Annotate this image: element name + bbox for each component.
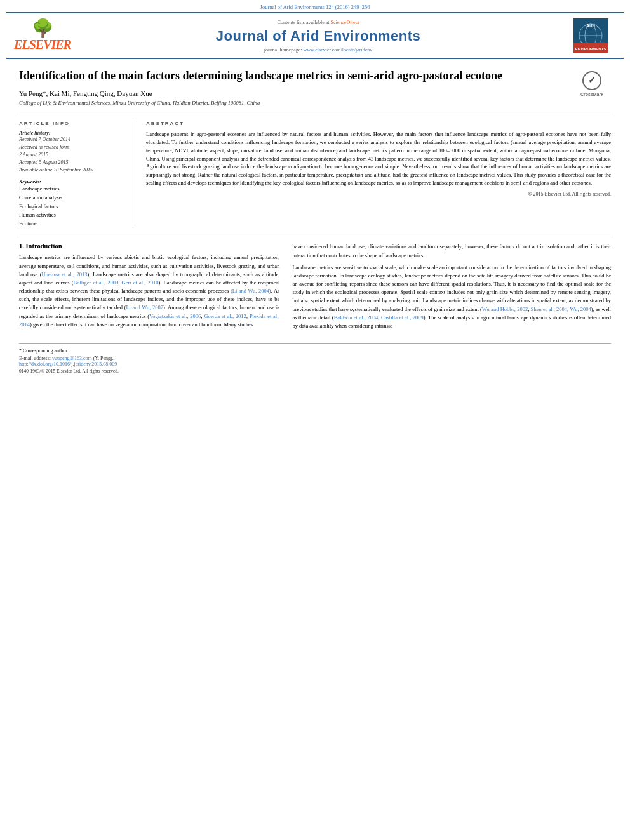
citation-shen[interactable]: Shen et al., 2004 bbox=[531, 306, 567, 312]
abstract-header: ABSTRACT bbox=[146, 121, 611, 126]
history-label: Article history: bbox=[19, 130, 125, 136]
citation-uuemaa[interactable]: Uuemaa et al., 2013 bbox=[42, 271, 88, 277]
keyword-4: Human activities bbox=[19, 211, 125, 220]
authors-text: Yu Peng*, Kai Mi, Fengting Qing, Dayuan … bbox=[19, 90, 152, 97]
article-info-column: ARTICLE INFO Article history: Received 7… bbox=[19, 121, 133, 228]
citation-vogiatzakis[interactable]: Vogiatzakis et al., 2006 bbox=[149, 313, 201, 319]
footer-email-line: E-mail address: yuupeng@163.com (Y. Peng… bbox=[19, 356, 611, 361]
intro-paragraph-3: Landscape metrics are sensitive to spati… bbox=[292, 263, 611, 330]
article-history-section: Article history: Received 7 October 2014… bbox=[19, 130, 125, 174]
introduction-left-column: 1. Introduction Landscape metrics are in… bbox=[19, 243, 279, 334]
copyright-line: © 2015 Elsevier Ltd. All rights reserved… bbox=[146, 191, 611, 197]
journal-logo-left: 🌳 ELSEVIER bbox=[14, 20, 71, 52]
journal-header: 🌳 ELSEVIER Contents lists available at S… bbox=[6, 12, 624, 59]
citation-bolliger[interactable]: Bolliger et al., 2009 bbox=[74, 279, 119, 286]
article-title-container: Identification of the main factors deter… bbox=[19, 69, 611, 83]
elsevier-wordmark: ELSEVIER bbox=[14, 37, 71, 52]
citation-wu-hobbs[interactable]: Wu and Hobbs, 2002 bbox=[482, 306, 528, 312]
citation-castilla[interactable]: Castilla et al., 2009 bbox=[381, 314, 424, 321]
citation-baldwin[interactable]: Baldwin et al., 2004 bbox=[334, 314, 379, 321]
footer-doi[interactable]: http://dx.doi.org/10.1016/j.jaridenv.201… bbox=[19, 361, 611, 367]
elsevier-tree-icon: 🌳 bbox=[32, 20, 54, 37]
svg-text:ENVIRONMENTS: ENVIRONMENTS bbox=[575, 47, 605, 51]
keywords-section: Keywords: Landscape metrics Correlation … bbox=[19, 179, 125, 228]
history-row-5: Available online 10 September 2015 bbox=[19, 166, 125, 174]
info-abstract-section: ARTICLE INFO Article history: Received 7… bbox=[19, 114, 611, 228]
abstract-column: ABSTRACT Landscape patterns in agro-past… bbox=[146, 121, 611, 228]
history-row-1: Received 7 October 2014 bbox=[19, 136, 125, 143]
footer-email[interactable]: yuupeng@163.com bbox=[52, 356, 92, 361]
journal-title: Journal of Arid Environments bbox=[77, 28, 559, 44]
svg-text:Arid: Arid bbox=[586, 23, 595, 28]
crossmark-icon: ✓ bbox=[582, 71, 601, 90]
keyword-2: Correlation analysis bbox=[19, 194, 125, 203]
introduction-section: 1. Introduction Landscape metrics are in… bbox=[19, 243, 611, 334]
footer-corresponding-line: * Corresponding author. bbox=[19, 348, 611, 354]
arid-logo: Arid ENVIRONMENTS bbox=[573, 18, 608, 53]
intro-paragraph-1: Landscape metrics are influenced by vari… bbox=[19, 253, 279, 329]
crossmark-label: CrossMark bbox=[580, 91, 603, 97]
authors-line: Yu Peng*, Kai Mi, Fengting Qing, Dayuan … bbox=[19, 90, 611, 97]
affiliation-text: College of Life & Environmental Sciences… bbox=[19, 100, 611, 106]
crossmark-badge[interactable]: ✓ CrossMark bbox=[573, 69, 611, 100]
citation-wu-2004[interactable]: Wu, 2004 bbox=[570, 306, 591, 312]
journal-homepage: journal homepage: www.elsevier.com/locat… bbox=[77, 47, 559, 53]
section-title-text: Introduction bbox=[26, 243, 62, 250]
abstract-text: Landscape patterns in agro-pastoral ecot… bbox=[146, 130, 611, 187]
section-number: 1. bbox=[19, 243, 24, 250]
keyword-5: Ecotone bbox=[19, 220, 125, 229]
contents-available-text: Contents lists available at ScienceDirec… bbox=[77, 20, 559, 25]
article-title-text: Identification of the main factors deter… bbox=[19, 69, 502, 82]
corresponding-label: * Corresponding author. bbox=[19, 348, 69, 354]
top-journal-ref: Journal of Arid Environments 124 (2016) … bbox=[0, 0, 630, 12]
introduction-right-column: have considered human land use, climate … bbox=[292, 243, 611, 334]
history-row-4: Accepted 5 August 2015 bbox=[19, 159, 125, 166]
keyword-3: Ecological factors bbox=[19, 203, 125, 211]
sciencedirect-link[interactable]: ScienceDirect bbox=[331, 20, 359, 25]
journal-header-right: Arid ENVIRONMENTS bbox=[565, 18, 616, 53]
footer-issn: 0140-1963/© 2015 Elsevier Ltd. All right… bbox=[19, 368, 611, 374]
section-divider bbox=[19, 236, 611, 236]
history-row-2: Received in revised form bbox=[19, 143, 125, 151]
keyword-1: Landscape metrics bbox=[19, 185, 125, 194]
article-info-header: ARTICLE INFO bbox=[19, 121, 125, 126]
history-row-3: 2 August 2015 bbox=[19, 151, 125, 159]
citation-geri[interactable]: Geri et al., 2010 bbox=[122, 279, 159, 286]
article-footer: * Corresponding author. E-mail address: … bbox=[19, 343, 611, 379]
article-content: Identification of the main factors deter… bbox=[0, 59, 630, 343]
keywords-label: Keywords: bbox=[19, 179, 125, 185]
citation-li-wu-2007[interactable]: Li and Wu, 2007 bbox=[126, 304, 163, 310]
citation-li-wu-2004[interactable]: Li and Wu, 2004 bbox=[232, 288, 269, 294]
email-suffix: (Y. Peng). bbox=[93, 356, 114, 361]
introduction-title: 1. Introduction bbox=[19, 243, 279, 250]
email-label: E-mail address: bbox=[19, 356, 51, 361]
citation-gowda[interactable]: Gowda et al., 2012 bbox=[204, 313, 246, 319]
homepage-link[interactable]: www.elsevier.com/locate/jaridenv bbox=[303, 47, 372, 53]
intro-paragraph-2: have considered human land use, climate … bbox=[292, 243, 611, 259]
journal-header-center: Contents lists available at ScienceDirec… bbox=[77, 20, 559, 53]
